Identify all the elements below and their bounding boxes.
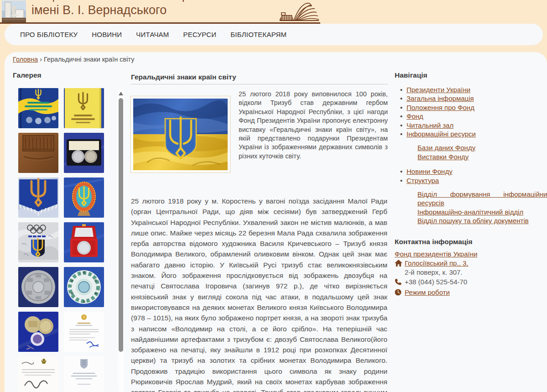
scroll-up-arrow-icon[interactable] bbox=[119, 92, 123, 95]
article-paragraph-1: 25 лютого 2018 року виповнилося 100 рокі… bbox=[239, 90, 388, 161]
nav-item-librarians[interactable]: БІБЛІОТЕКАРЯМ bbox=[230, 31, 287, 38]
contact-fund-row: Фонд президентів України bbox=[395, 250, 547, 259]
nav-item-about[interactable]: ПРО БІБЛІОТЕКУ bbox=[20, 31, 78, 38]
gallery-heading: Галерея bbox=[13, 71, 42, 79]
nav-item-readers[interactable]: ЧИТАЧАМ bbox=[136, 31, 169, 38]
contact-schedule-row: Режим роботи bbox=[395, 288, 547, 298]
sidebar-link-fund-statute[interactable]: Положення про Фонд bbox=[406, 104, 474, 111]
contact-heading: Контактна інформація bbox=[395, 238, 547, 246]
contact-phone-row: +38 (044) 525-54-70 bbox=[395, 277, 547, 287]
sidebar-link-exhibitions[interactable]: Виставки Фонду bbox=[417, 152, 547, 161]
library-logo-icon[interactable] bbox=[2, 0, 26, 22]
sidebar-item: Структура bbox=[400, 176, 547, 185]
sidebar-item: Загальна інформація bbox=[400, 94, 547, 103]
sidebar-link-presidents[interactable]: Президенти України bbox=[406, 86, 470, 94]
gallery-item-brown-book[interactable] bbox=[18, 133, 58, 173]
site-header: Національна бібліотека Україниімені В. І… bbox=[0, 0, 547, 24]
site-title: Національна бібліотека Україниімені В. І… bbox=[31, 0, 213, 18]
gallery-item-trident-pennant[interactable] bbox=[18, 178, 58, 218]
house-icon bbox=[395, 259, 405, 277]
ukraine-flag-trident-image bbox=[133, 99, 228, 170]
sidebar-item: Читальний зал bbox=[400, 121, 547, 130]
sidebar-heading: Навігація bbox=[395, 71, 547, 79]
sidebar-sublinks-2: Відділ формування інформаційних ресурсів… bbox=[417, 190, 547, 225]
gallery-item-silver-plate[interactable] bbox=[18, 267, 58, 307]
contact-info: Фонд президентів України Голосіївський п… bbox=[395, 250, 547, 298]
sidebar-link-general-info[interactable]: Загальна інформація bbox=[406, 94, 474, 102]
nav-item-resources[interactable]: РЕСУРСИ bbox=[183, 31, 217, 38]
sidebar-link-dept-search[interactable]: Відділ пошуку та обліку документів bbox=[417, 216, 547, 225]
right-sidebar: Навігація Президенти України Загальна ін… bbox=[395, 71, 547, 298]
sidebar-item: Новини Фонду bbox=[400, 167, 547, 176]
breadcrumb-home-link[interactable]: Головна bbox=[13, 56, 38, 63]
article-heading-divider bbox=[131, 84, 388, 84]
sidebar-link-databases[interactable]: Бази даних Фонду bbox=[417, 143, 547, 152]
sidebar-item: Положення про Фонд bbox=[400, 103, 547, 112]
article-paragraph-2: 25 лютого 1918 року у м. Коростень у ваг… bbox=[131, 196, 387, 392]
page: Національна бібліотека Україниімені В. І… bbox=[0, 0, 547, 392]
open-book-with-computer-icon bbox=[276, 1, 320, 23]
site-title-line2: імені В. І. Вернадського bbox=[31, 3, 167, 17]
sidebar-link-fund[interactable]: Фонд bbox=[406, 112, 423, 120]
gallery-item-letter-gray-emblem[interactable] bbox=[64, 356, 104, 392]
sidebar-item: Інформаційні ресурси bbox=[400, 130, 547, 138]
sidebar-link-dept-analytics[interactable]: Інформаційно-аналітичний відділ bbox=[417, 208, 547, 216]
breadcrumb: Головна › Геральдичні знаки країн світу bbox=[13, 56, 134, 63]
address-link[interactable]: Голосіївський пр., 3, bbox=[405, 259, 468, 267]
sidebar-link-info-resources[interactable]: Інформаційні ресурси bbox=[406, 130, 476, 138]
sidebar-link-dept-formation[interactable]: Відділ формування інформаційних ресурсів bbox=[417, 190, 547, 208]
sidebar-link-structure[interactable]: Структура bbox=[406, 177, 439, 184]
address-line2: 2-й поверх, к. 307. bbox=[405, 268, 463, 276]
clock-icon bbox=[395, 288, 405, 298]
article-scrollbar-thumb[interactable] bbox=[119, 98, 123, 352]
sidebar-sublinks-1: Бази даних Фонду Виставки Фонду bbox=[417, 143, 547, 161]
gallery-item-letter-gold-seal[interactable] bbox=[64, 312, 104, 352]
gallery-item-olympic-flag[interactable] bbox=[18, 222, 58, 262]
schedule-link[interactable]: Режим роботи bbox=[405, 288, 450, 296]
gallery-item-two-medals-case[interactable] bbox=[64, 133, 104, 173]
gallery-item-red-case-medal[interactable] bbox=[64, 222, 104, 262]
sidebar-item: Фонд bbox=[400, 112, 547, 120]
nav-item-news[interactable]: НОВИНИ bbox=[92, 31, 122, 38]
gallery-item-yellow-book[interactable] bbox=[64, 88, 104, 128]
phone-icon bbox=[395, 277, 405, 287]
site-title-line1: Національна бібліотека України bbox=[31, 0, 213, 2]
article-heading: Геральдичні знаки країн світу bbox=[131, 73, 236, 81]
contact-address-row: Голосіївський пр., 3, 2-й поверх, к. 307… bbox=[395, 259, 547, 277]
gallery-grid bbox=[18, 88, 104, 392]
fund-link[interactable]: Фонд президентів України bbox=[395, 250, 477, 258]
gallery-item-blue-yellow-book[interactable] bbox=[18, 88, 58, 128]
main-navbar: ПРО БІБЛІОТЕКУ НОВИНИ ЧИТАЧАМ РЕСУРСИ БІ… bbox=[5, 24, 543, 45]
gallery-item-letter-eagle[interactable] bbox=[18, 356, 58, 392]
phone-number: +38 (044) 525-54-70 bbox=[405, 277, 547, 287]
sidebar-nav-list: Президенти України Загальна інформація П… bbox=[395, 85, 547, 138]
sidebar-nav-list-2: Новини Фонду Структура bbox=[395, 167, 547, 185]
article-image-frame[interactable] bbox=[130, 96, 230, 173]
sidebar-link-fund-news[interactable]: Новини Фонду bbox=[406, 167, 453, 175]
gallery-item-medal-boxes[interactable] bbox=[18, 312, 58, 352]
gallery-item-pysanka-egg[interactable] bbox=[64, 178, 104, 218]
breadcrumb-separator: › bbox=[40, 56, 42, 63]
sidebar-item: Президенти України bbox=[400, 85, 547, 94]
breadcrumb-current: Геральдичні знаки країн світу bbox=[44, 56, 134, 63]
sidebar-link-reading-room[interactable]: Читальний зал bbox=[406, 121, 453, 129]
gallery-item-porcelain-plate[interactable] bbox=[64, 267, 104, 307]
